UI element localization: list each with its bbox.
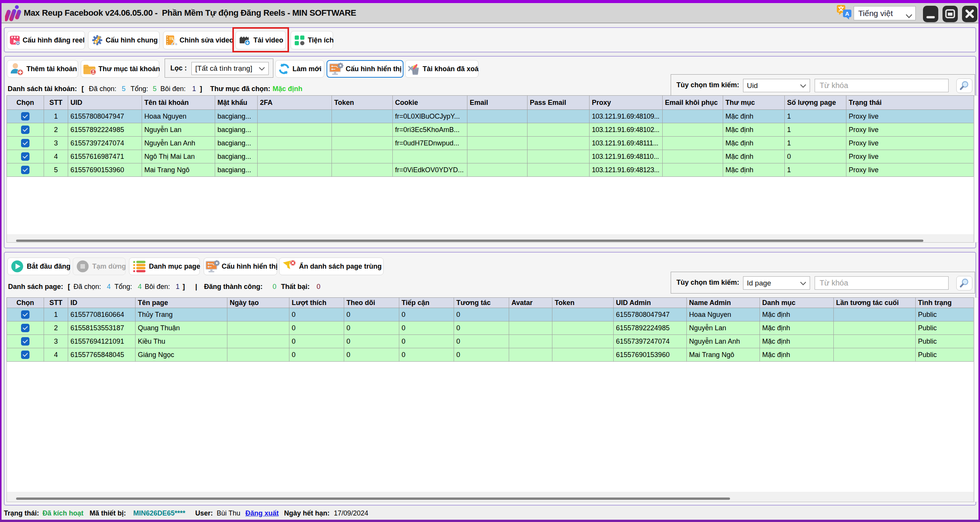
svg-text:A: A xyxy=(845,10,849,17)
